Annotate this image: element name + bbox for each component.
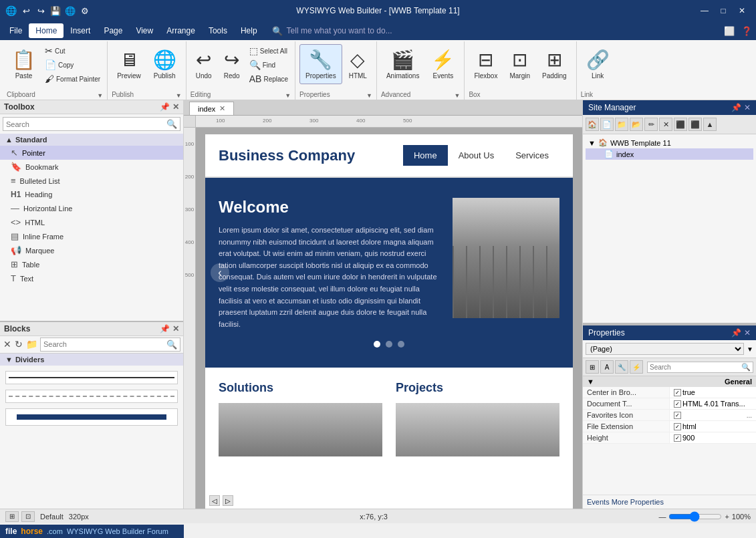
properties-expand-icon[interactable]: ▼ (366, 92, 372, 99)
sm-tree-index[interactable]: 📄 index (586, 148, 753, 160)
toolbox-search-input[interactable] (6, 120, 166, 128)
props-val-favicon[interactable]: ✓ ... (670, 410, 756, 420)
tab-close-icon[interactable]: ✕ (219, 104, 225, 113)
properties-page-selector[interactable]: (Page) (586, 343, 744, 355)
menu-insert[interactable]: Insert (64, 23, 97, 38)
sm-btn-1[interactable]: 🏠 (586, 118, 599, 131)
toolbox-close-icon[interactable]: ✕ (172, 102, 179, 112)
sm-btn-8[interactable]: ⬛ (688, 118, 702, 131)
toolbox-item-pointer[interactable]: ↖ Pointer (0, 146, 183, 160)
padding-button[interactable]: ⊞ Padding (537, 44, 572, 84)
nav-about[interactable]: About Us (448, 145, 505, 166)
menu-home[interactable]: Home (29, 23, 64, 38)
props-tb-btn-1[interactable]: ⊞ (586, 360, 599, 374)
props-val-height[interactable]: ✓ 900 (670, 432, 756, 443)
format-painter-button[interactable]: 🖌 Format Painter (42, 72, 103, 86)
props-close-icon[interactable]: ✕ (744, 328, 751, 338)
toolbox-item-text[interactable]: T Text (0, 271, 183, 285)
props-tb-btn-2[interactable]: A (600, 360, 614, 374)
toolbox-item-bulleted-list[interactable]: ≡ Bulleted List (0, 174, 183, 188)
divider-item-1[interactable] (5, 371, 178, 384)
props-pin-icon[interactable]: 📌 (731, 328, 741, 338)
copy-button[interactable]: 📄 Copy (42, 58, 103, 72)
hero-dot-2[interactable] (386, 341, 392, 348)
menu-help[interactable]: Help (234, 23, 264, 38)
props-checkbox-favicon[interactable]: ✓ (674, 412, 681, 419)
select-all-button[interactable]: ⬚ Select All (247, 44, 291, 57)
blocks-search-input[interactable] (43, 340, 166, 348)
blocks-folder-btn[interactable]: 📁 (25, 338, 38, 350)
canvas-content[interactable]: Business Company Home About Us Services … (196, 128, 582, 509)
menu-arrange[interactable]: Arrange (160, 23, 202, 38)
flexbox-button[interactable]: ⊟ Flexbox (469, 44, 503, 84)
sm-btn-7[interactable]: ⬛ (674, 118, 687, 131)
props-checkbox-doctype[interactable]: ✓ (674, 400, 681, 408)
props-checkbox-center[interactable]: ✓ (674, 389, 681, 396)
toolbox-item-bookmark[interactable]: 🔖 Bookmark (0, 160, 183, 174)
divider-item-2[interactable] (5, 390, 178, 403)
close-button[interactable]: ✕ (733, 4, 751, 17)
props-checkbox-fileext[interactable]: ✓ (674, 423, 681, 430)
props-selector-arrow[interactable]: ▼ (747, 346, 753, 353)
blocks-pin-icon[interactable]: 📌 (160, 324, 170, 333)
sm-btn-2[interactable]: 📄 (600, 118, 614, 131)
toolbox-pin-icon[interactable]: 📌 (160, 102, 170, 112)
toolbox-item-heading[interactable]: H1 Heading (0, 188, 183, 201)
hero-prev-button[interactable]: ‹ (211, 263, 229, 282)
maximize-button[interactable]: □ (715, 4, 732, 17)
props-general-header[interactable]: ▼ General (583, 376, 756, 387)
globe-quick-btn[interactable]: 🌐 (64, 4, 77, 17)
zoom-minus-icon[interactable]: — (658, 513, 666, 521)
find-button[interactable]: 🔍 Find (247, 58, 291, 72)
publish-expand-icon[interactable]: ▼ (176, 92, 182, 99)
settings-quick-btn[interactable]: ⚙ (78, 4, 92, 17)
sm-btn-5[interactable]: ✏ (644, 118, 658, 131)
menu-page[interactable]: Page (97, 23, 129, 38)
toolbox-item-horizontal-line[interactable]: — Horizontal Line (0, 201, 183, 215)
filehorse-forum-link[interactable]: WYSIWYG Web Builder Forum (67, 527, 168, 535)
save-quick-btn[interactable]: 💾 (49, 4, 62, 17)
sm-tree-root[interactable]: ▼ 🏠 WWB Template 11 (586, 137, 753, 148)
blocks-section-dividers[interactable]: ▼ Dividers (0, 354, 183, 366)
events-link[interactable]: Events (587, 498, 610, 506)
undo-button[interactable]: ↩ Undo (191, 44, 217, 84)
toolbox-item-html[interactable]: <> HTML (0, 215, 183, 229)
paste-button[interactable]: 📋 Paste (7, 44, 41, 84)
status-btn-1[interactable]: ⊞ (5, 511, 19, 522)
props-tb-btn-4[interactable]: ⚡ (630, 360, 643, 374)
props-search-input[interactable] (650, 364, 741, 371)
scroll-left-btn[interactable]: ◁ (209, 495, 220, 506)
zoom-slider[interactable] (668, 511, 722, 522)
menu-view[interactable]: View (129, 23, 160, 38)
sm-pin-icon[interactable]: 📌 (731, 103, 741, 112)
more-properties-link[interactable]: More Properties (612, 498, 664, 506)
sm-btn-4[interactable]: 📂 (630, 118, 643, 131)
toolbox-item-marquee[interactable]: 📢 Marquee (0, 243, 183, 257)
animations-button[interactable]: 🎬 Animations (381, 44, 424, 84)
menu-file[interactable]: File (3, 23, 29, 38)
blocks-refresh-btn[interactable]: ↻ (14, 338, 23, 350)
toolbox-item-table[interactable]: ⊞ Table (0, 257, 183, 271)
blocks-close-icon[interactable]: ✕ (172, 324, 179, 333)
props-val-doctype[interactable]: ✓ HTML 4.01 Trans... (670, 398, 756, 409)
sm-btn-6[interactable]: ✕ (659, 118, 672, 131)
nav-home[interactable]: Home (403, 145, 448, 166)
toolbox-section-standard[interactable]: ▲ Standard (0, 134, 183, 146)
margin-button[interactable]: ⊡ Margin (504, 44, 535, 84)
redo-quick-btn[interactable]: ↪ (34, 4, 47, 17)
menu-icon-1[interactable]: ⬜ (723, 24, 736, 37)
props-tb-btn-3[interactable]: 🔧 (615, 360, 628, 374)
toolbox-item-inline-frame[interactable]: ▤ Inline Frame (0, 229, 183, 243)
index-tab[interactable]: index ✕ (189, 102, 234, 115)
props-ellipsis-favicon[interactable]: ... (747, 412, 752, 419)
publish-button[interactable]: 🌐 Publish (148, 44, 182, 84)
blocks-search-box[interactable]: 🔍 (40, 338, 180, 352)
menu-icon-2[interactable]: ❓ (740, 24, 753, 37)
hero-dot-1[interactable] (374, 341, 380, 348)
undo-quick-btn[interactable]: ↩ (19, 4, 33, 17)
sm-btn-up-btn[interactable]: ▲ (703, 118, 717, 131)
link-button[interactable]: 🔗 Link (581, 44, 615, 84)
redo-button[interactable]: ↪ Redo (219, 44, 245, 84)
status-btn-2[interactable]: ⊡ (21, 511, 35, 522)
props-val-fileext[interactable]: ✓ html (670, 421, 756, 432)
